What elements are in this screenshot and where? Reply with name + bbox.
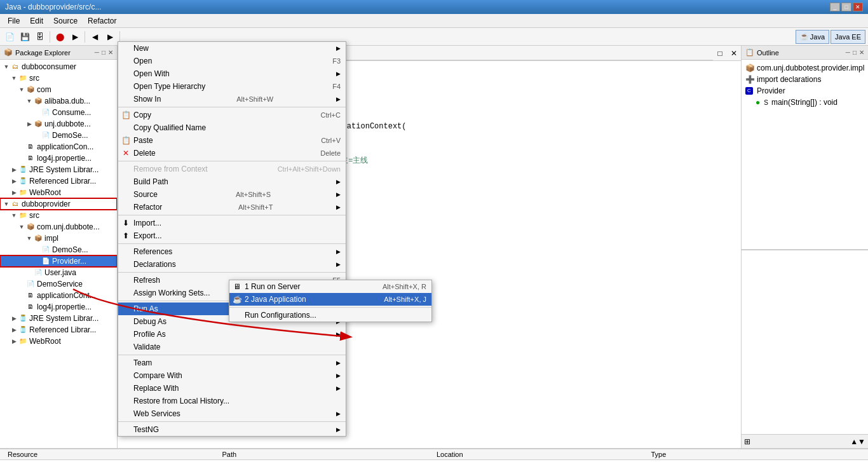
tree-item-log4j1[interactable]: 🗎 log4j.propertie... bbox=[0, 153, 117, 164]
ctx-refactor[interactable]: Refactor Alt+Shift+T ▶ bbox=[118, 201, 346, 214]
tree-item-reflibs2[interactable]: ▶ 🫙 Referenced Librar... bbox=[0, 324, 117, 336]
tree-label: applicationCon... bbox=[37, 142, 93, 151]
copy-icon: 📋 bbox=[121, 111, 131, 119]
ctx-copy-shortcut: Ctrl+C bbox=[308, 111, 341, 119]
ctx-web-services[interactable]: Web Services ▶ bbox=[118, 407, 346, 420]
ctx-copy-qualified[interactable]: Copy Qualified Name bbox=[118, 121, 346, 134]
ctx-profile-as[interactable]: Profile As ▶ bbox=[118, 328, 346, 341]
menu-file[interactable]: File bbox=[3, 15, 25, 27]
ctx-validate[interactable]: Validate bbox=[118, 341, 346, 353]
tree-item-userjava[interactable]: 📄 User.java bbox=[0, 267, 117, 278]
expand-arrow: ▶ bbox=[10, 189, 18, 196]
perspective-javaee[interactable]: Java EE bbox=[831, 30, 865, 44]
expand-arrow: ▼ bbox=[3, 64, 10, 70]
tree-item-demoseimpl[interactable]: 📄 DemoSe... bbox=[0, 244, 117, 255]
outline-item-package[interactable]: 📦 com.unj.dubbotest.provider.impl bbox=[743, 62, 867, 74]
tree-item-reflibs1[interactable]: ▶ 🫙 Referenced Librar... bbox=[0, 175, 117, 187]
tree-item-dubboconsumer[interactable]: ▼ 🗂 dubboconsumer bbox=[0, 61, 117, 72]
toolbar-run-btn[interactable]: ▶ bbox=[68, 30, 82, 44]
tree-item-webroot1[interactable]: ▶ 📁 WebRoot bbox=[0, 187, 117, 198]
outline-bottom-btn2[interactable]: ▲ bbox=[850, 437, 858, 446]
submenu-arrow: ▶ bbox=[336, 179, 341, 185]
ctx-import[interactable]: ⬇ Import... bbox=[118, 217, 346, 229]
tree-item-src2[interactable]: ▼ 📁 src bbox=[0, 210, 117, 221]
expand-arrow: ▼ bbox=[3, 201, 10, 207]
panel-close-btn[interactable]: ✕ bbox=[108, 49, 113, 56]
ctx-open-type[interactable]: Open Type Hierarchy F4 bbox=[118, 80, 346, 93]
menu-edit[interactable]: Edit bbox=[25, 15, 48, 27]
ctx-copy[interactable]: 📋 Copy Ctrl+C bbox=[118, 109, 346, 121]
ctx-source[interactable]: Source Alt+Shift+S ▶ bbox=[118, 188, 346, 201]
ctx-remove-context[interactable]: Remove from Context Ctrl+Alt+Shift+Down bbox=[118, 163, 346, 175]
editor-close-btn[interactable]: ✕ bbox=[727, 46, 741, 60]
ctx-references[interactable]: References ▶ bbox=[118, 245, 346, 258]
ctx-build-path[interactable]: Build Path ▶ bbox=[118, 175, 346, 188]
ctx-show-in[interactable]: Show In Alt+Shift+W ▶ bbox=[118, 93, 346, 105]
toolbar-forward-btn[interactable]: ▶ bbox=[103, 30, 117, 44]
ctx-testng[interactable]: TestNG ▶ bbox=[118, 423, 346, 436]
ctx-team[interactable]: Team ▶ bbox=[118, 357, 346, 369]
ctx-testng-label: TestNG bbox=[133, 425, 159, 434]
tree-item-webroot2[interactable]: ▶ 📁 WebRoot bbox=[0, 336, 117, 347]
src-icon: 📁 bbox=[18, 210, 28, 221]
tree-item-unj[interactable]: ▶ 📦 unj.dubbote... bbox=[0, 118, 117, 130]
class-icon: C bbox=[745, 87, 753, 95]
tree-item-appctx1[interactable]: 🗎 applicationCon... bbox=[0, 141, 117, 153]
ctx-paste[interactable]: 📋 Paste Ctrl+V bbox=[118, 134, 346, 147]
close-button[interactable]: ✕ bbox=[853, 3, 863, 11]
tree-item-com1[interactable]: ▼ 📦 com bbox=[0, 84, 117, 95]
ctx-working-sets-label: Assign Working Sets... bbox=[133, 289, 210, 297]
ctx-declarations[interactable]: Declarations ▶ bbox=[118, 258, 346, 271]
outline-item-class[interactable]: C Provider bbox=[743, 85, 867, 97]
ctx-replace-with[interactable]: Replace With ▶ bbox=[118, 382, 346, 395]
panel-minimize-btn[interactable]: ─ bbox=[95, 49, 99, 56]
tree-item-src1[interactable]: ▼ 📁 src bbox=[0, 72, 117, 84]
ctx-new[interactable]: New ▶ bbox=[118, 42, 346, 55]
perspective-java[interactable]: ☕ Java bbox=[796, 30, 829, 44]
ctx-delete[interactable]: ✕ Delete Delete bbox=[118, 147, 346, 160]
editor-max-btn[interactable]: □ bbox=[713, 46, 727, 60]
tree-item-jre2[interactable]: ▶ 🫙 JRE System Librar... bbox=[0, 313, 117, 324]
outline-bottom-btn[interactable]: ⊞ bbox=[744, 437, 750, 446]
toolbar-debug-btn[interactable]: ⬤ bbox=[53, 30, 67, 44]
tree-item-alibaba[interactable]: ▼ 📦 alibaba.dub... bbox=[0, 95, 117, 107]
tree-item-consumer[interactable]: 📄 Consume... bbox=[0, 107, 117, 118]
ctx-sep1 bbox=[118, 107, 346, 107]
tree-item-impl[interactable]: ▼ 📦 impl bbox=[0, 233, 117, 244]
ctx-restore-history[interactable]: Restore from Local History... bbox=[118, 395, 346, 407]
toolbar-save-all-btn[interactable]: 🗄 bbox=[33, 30, 47, 44]
toolbar-new-btn[interactable]: 📄 bbox=[3, 30, 17, 44]
tree-item-com-unj[interactable]: ▼ 📦 com.unj.dubbote... bbox=[0, 221, 117, 233]
submenu-run-on-server[interactable]: 🖥 1 Run on Server Alt+Shift+X, R bbox=[229, 280, 431, 293]
ctx-open-with[interactable]: Open With ▶ bbox=[118, 67, 346, 80]
outline-close-btn[interactable]: ✕ bbox=[859, 49, 864, 56]
ctx-open[interactable]: Open F3 bbox=[118, 55, 346, 67]
tree-item-demose1[interactable]: 📄 DemoSe... bbox=[0, 130, 117, 141]
minimize-button[interactable]: _ bbox=[830, 3, 840, 11]
submenu-arrow: ▶ bbox=[336, 261, 341, 268]
tree-item-provider[interactable]: 📄 Provider... bbox=[0, 255, 117, 267]
expand-arrow: ▶ bbox=[10, 315, 18, 322]
tree-item-demoservice[interactable]: 📄 DemoService bbox=[0, 278, 117, 290]
submenu-run-on-server-label: 1 Run on Server bbox=[245, 282, 300, 291]
toolbar-sep3 bbox=[119, 31, 120, 43]
outline-max-btn[interactable]: □ bbox=[853, 49, 857, 56]
toolbar-save-btn[interactable]: 💾 bbox=[18, 30, 32, 44]
ctx-export[interactable]: ⬆ Export... bbox=[118, 229, 346, 242]
tree-item-jre1[interactable]: ▶ 🫙 JRE System Librar... bbox=[0, 164, 117, 175]
submenu-run-configurations[interactable]: Run Configurations... bbox=[229, 309, 431, 322]
panel-maximize-btn[interactable]: □ bbox=[102, 49, 105, 56]
outline-item-imports[interactable]: ➕ import declarations bbox=[743, 74, 867, 85]
tree-item-dubboprovider[interactable]: ▼ 🗂 dubboprovider bbox=[0, 198, 117, 210]
outline-bottom-btn3[interactable]: ▼ bbox=[858, 437, 865, 446]
ctx-compare-with[interactable]: Compare With ▶ bbox=[118, 369, 346, 382]
menu-refactor[interactable]: Refactor bbox=[83, 15, 121, 27]
menu-source[interactable]: Source bbox=[48, 15, 83, 27]
maximize-button[interactable]: □ bbox=[841, 3, 851, 11]
outline-minimize-btn[interactable]: ─ bbox=[846, 49, 850, 56]
tree-item-log4j2[interactable]: 🗎 log4j.propertie... bbox=[0, 301, 117, 313]
submenu-java-application[interactable]: ☕ 2 Java Application Alt+Shift+X, J bbox=[229, 293, 431, 306]
tree-item-appctx2[interactable]: 🗎 applicationCont... bbox=[0, 290, 117, 301]
toolbar-back-btn[interactable]: ◀ bbox=[88, 30, 102, 44]
outline-item-main[interactable]: ● S main(String[]) : void bbox=[743, 97, 867, 108]
